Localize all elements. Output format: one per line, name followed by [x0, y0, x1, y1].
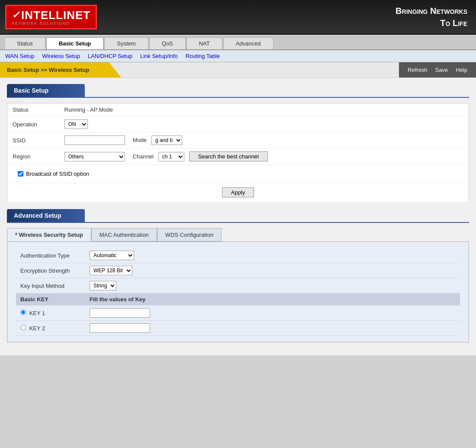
logo-checkmark: ✓	[12, 10, 19, 21]
sub-nav-link-setup[interactable]: Link Setup/Info	[140, 53, 178, 59]
key1-input-cell	[85, 306, 460, 321]
key-input-label: Key Input Method	[16, 278, 85, 293]
enc-strength-select[interactable]: WEP 128 Bit WEP 64 Bit None	[90, 266, 132, 275]
tab-nat[interactable]: NAT	[187, 37, 222, 49]
key1-input[interactable]	[90, 308, 150, 318]
key2-label-cell: KEY 2	[16, 321, 85, 336]
auth-type-row: Authentication Type Automatic Open Syste…	[16, 248, 460, 263]
basic-setup-section: Basic Setup Status Running - AP Mode Ope…	[7, 84, 469, 202]
region-channel-cell: Others USA Europe Channel ch 1 ch 2 ch 3…	[59, 148, 469, 165]
key1-label: KEY 1	[29, 310, 45, 316]
tab-qos[interactable]: QoS	[149, 37, 186, 49]
region-select[interactable]: Others USA Europe	[64, 152, 125, 161]
logo-text: INTELLINET	[21, 9, 90, 22]
key2-row: KEY 2	[16, 321, 460, 336]
logo-area: ✓ INTELLINET NETWORK SOLUTIONS	[0, 0, 102, 34]
enc-strength-label: Encryption Strength	[16, 263, 85, 278]
basic-setup-divider	[7, 97, 469, 98]
basic-key-label: Basic KEY	[16, 293, 85, 306]
ssid-mode-row: SSID Mode g and b g only b only	[7, 132, 469, 148]
mode-label: Mode	[133, 137, 147, 143]
advanced-setup-divider	[7, 222, 469, 223]
advanced-panel: Authentication Type Automatic Open Syste…	[7, 242, 469, 342]
channel-label: Channel	[133, 153, 154, 160]
tab-wds-config[interactable]: WDS Configuration	[157, 228, 222, 242]
channel-select[interactable]: ch 1 ch 2 ch 3 ch 6 ch 11	[158, 152, 184, 161]
ssid-input[interactable]	[64, 135, 125, 145]
tab-mac-auth[interactable]: MAC Authentication	[91, 228, 157, 242]
nav-tabs: Status Basic Setup System QoS NAT Advanc…	[0, 35, 476, 50]
broadcast-label: Broadcast of SSID option	[26, 171, 89, 177]
tab-advanced[interactable]: Advanced	[223, 37, 273, 49]
apply-button[interactable]: Apply	[222, 187, 254, 197]
broadcast-cell: Broadcast of SSID option	[7, 165, 469, 183]
tab-status[interactable]: Status	[4, 37, 45, 49]
key2-input[interactable]	[90, 323, 150, 333]
operation-row: Operation ON OFF	[7, 116, 469, 132]
sub-nav-wan-setup[interactable]: WAN Setup	[5, 53, 34, 59]
breadcrumb: Basic Setup >> Wireless Setup	[0, 62, 121, 77]
status-row: Status Running - AP Mode	[7, 103, 469, 116]
operation-cell: ON OFF	[59, 116, 469, 132]
auth-type-label: Authentication Type	[16, 248, 85, 263]
sub-nav-wireless-setup[interactable]: Wireless Setup	[42, 53, 80, 59]
logo-box: ✓ INTELLINET NETWORK SOLUTIONS	[5, 5, 97, 29]
key-input-select[interactable]: String Hex	[90, 281, 116, 290]
sub-nav-lan-dhcp[interactable]: LAN/DHCP Setup	[88, 53, 132, 59]
tab-wireless-security[interactable]: * Wireless Security Setup	[7, 228, 91, 242]
search-channel-button[interactable]: Search the best channel	[189, 151, 268, 161]
auth-type-select[interactable]: Automatic Open System Shared Key	[90, 251, 134, 260]
region-label: Region	[7, 148, 59, 165]
logo-sub: NETWORK SOLUTIONS	[12, 21, 70, 26]
apply-row: Apply	[7, 183, 469, 202]
key-input-row: Key Input Method String Hex	[16, 278, 460, 293]
key2-radio[interactable]	[20, 325, 26, 330]
advanced-tabs: * Wireless Security Setup MAC Authentica…	[7, 228, 469, 242]
mode-select[interactable]: g and b g only b only	[151, 135, 182, 145]
tab-system[interactable]: System	[104, 37, 148, 49]
breadcrumb-actions: Refresh Save Help	[399, 62, 476, 77]
sub-nav: WAN Setup Wireless Setup LAN/DHCP Setup …	[0, 50, 476, 62]
key2-label: KEY 2	[29, 325, 45, 332]
status-label: Status	[7, 103, 59, 116]
header-title: Bringing Networks To Life	[396, 5, 476, 29]
basic-key-header-row: Basic KEY Fill the values of Key	[16, 293, 460, 306]
key1-label-cell: KEY 1	[16, 306, 85, 321]
breadcrumb-bar: Basic Setup >> Wireless Setup Refresh Sa…	[0, 62, 476, 78]
save-button[interactable]: Save	[435, 67, 448, 73]
auth-type-cell: Automatic Open System Shared Key	[85, 248, 460, 263]
enc-strength-row: Encryption Strength WEP 128 Bit WEP 64 B…	[16, 263, 460, 278]
basic-key-value: Fill the values of Key	[85, 293, 460, 306]
region-channel-row: Region Others USA Europe Channel ch 1	[7, 148, 469, 165]
refresh-button[interactable]: Refresh	[408, 67, 428, 73]
ssid-label: SSID	[7, 132, 59, 148]
help-button[interactable]: Help	[456, 67, 467, 73]
operation-label: Operation	[7, 116, 59, 132]
ssid-mode-cell: Mode g and b g only b only	[59, 132, 469, 148]
key2-input-cell	[85, 321, 460, 336]
advanced-setup-header: Advanced Setup	[7, 209, 85, 222]
header: ✓ INTELLINET NETWORK SOLUTIONS Bringing …	[0, 0, 476, 35]
basic-setup-header: Basic Setup	[7, 84, 85, 97]
key1-radio[interactable]	[20, 309, 26, 315]
key1-row: KEY 1	[16, 306, 460, 321]
broadcast-ssid-checkbox[interactable]	[18, 171, 23, 177]
sub-nav-routing-table[interactable]: Routing Table	[186, 53, 220, 59]
tab-basic-setup[interactable]: Basic Setup	[46, 37, 103, 49]
main-content: Basic Setup Status Running - AP Mode Ope…	[0, 78, 476, 355]
status-value: Running - AP Mode	[59, 103, 469, 116]
security-form-table: Authentication Type Automatic Open Syste…	[16, 248, 460, 336]
advanced-setup-section: Advanced Setup SetupRouter.com * Wireles…	[7, 209, 469, 342]
key-input-cell: String Hex	[85, 278, 460, 293]
enc-strength-cell: WEP 128 Bit WEP 64 Bit None	[85, 263, 460, 278]
apply-cell: Apply	[7, 183, 469, 202]
basic-setup-table: Status Running - AP Mode Operation ON OF…	[7, 103, 469, 202]
operation-select[interactable]: ON OFF	[64, 119, 88, 129]
broadcast-row: Broadcast of SSID option	[7, 165, 469, 183]
